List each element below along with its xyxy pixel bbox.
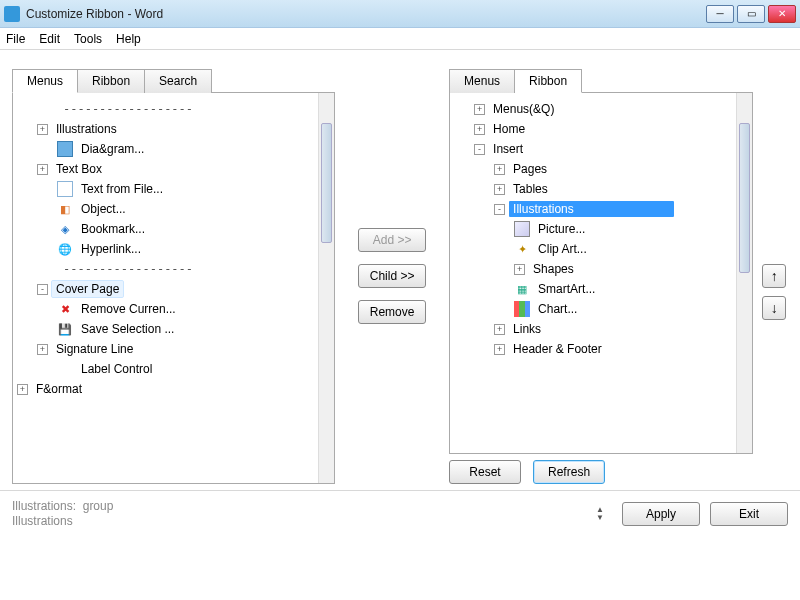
- divider: ------------------: [33, 99, 316, 119]
- collapse-icon[interactable]: -: [474, 144, 485, 155]
- right-tabs: Menus Ribbon: [449, 69, 753, 93]
- left-panel: Menus Ribbon Search ------------------ +…: [12, 68, 335, 484]
- tab-menus[interactable]: Menus: [449, 69, 515, 93]
- tree-item: + Text Box: [33, 159, 316, 179]
- collapse-icon[interactable]: -: [494, 204, 505, 215]
- tab-search[interactable]: Search: [145, 69, 212, 93]
- expand-icon[interactable]: +: [17, 384, 28, 395]
- right-tree[interactable]: +Menus(&Q) +Home -Insert +Pages +Tables …: [449, 92, 753, 454]
- reset-button[interactable]: Reset: [449, 460, 521, 484]
- tree-item: 💾Save Selection ...: [53, 319, 316, 339]
- collapse-icon[interactable]: -: [37, 284, 48, 295]
- expand-icon[interactable]: +: [37, 164, 48, 175]
- textfile-icon: [57, 181, 73, 197]
- child-button[interactable]: Child >>: [358, 264, 426, 288]
- move-down-button[interactable]: ↓: [762, 296, 786, 320]
- menu-edit[interactable]: Edit: [39, 32, 60, 46]
- expand-icon[interactable]: +: [514, 264, 525, 275]
- scrollbar[interactable]: [736, 93, 752, 453]
- tab-menus[interactable]: Menus: [12, 69, 78, 93]
- app-icon: [4, 6, 20, 22]
- maximize-button[interactable]: ▭: [737, 5, 765, 23]
- hyperlink-icon: 🌐: [57, 241, 73, 257]
- expand-icon[interactable]: +: [474, 124, 485, 135]
- apply-button[interactable]: Apply: [622, 502, 700, 526]
- menu-file[interactable]: File: [6, 32, 25, 46]
- tree-item: ◈Bookmark...: [53, 219, 316, 239]
- close-button[interactable]: ✕: [768, 5, 796, 23]
- left-tabs: Menus Ribbon Search: [12, 69, 335, 93]
- mid-buttons: Add >> Child >> Remove: [343, 68, 441, 484]
- bookmark-icon: ◈: [57, 221, 73, 237]
- left-tree[interactable]: ------------------ + Illustrations Dia&g…: [12, 92, 335, 484]
- tree-item: Text from File...: [53, 179, 316, 199]
- expand-icon[interactable]: +: [474, 104, 485, 115]
- tree-item: + F&ormat: [13, 379, 316, 399]
- tree-item: Label Control: [53, 359, 316, 379]
- blank-icon: [57, 361, 73, 377]
- tree-item: Dia&gram...: [53, 139, 316, 159]
- move-up-button[interactable]: ↑: [762, 264, 786, 288]
- expand-icon[interactable]: +: [494, 324, 505, 335]
- tree-label[interactable]: Cover Page: [52, 281, 123, 297]
- diagram-icon: [57, 141, 73, 157]
- spinner[interactable]: ▲ ▼: [596, 506, 604, 522]
- clipart-icon: ✦: [514, 241, 530, 257]
- tree-item: 🌐Hyperlink...: [53, 239, 316, 259]
- exit-button[interactable]: Exit: [710, 502, 788, 526]
- refresh-button[interactable]: Refresh: [533, 460, 605, 484]
- expand-icon[interactable]: +: [494, 184, 505, 195]
- tree-item: ◧Object...: [53, 199, 316, 219]
- remove-button[interactable]: Remove: [358, 300, 426, 324]
- menubar: File Edit Tools Help: [0, 28, 800, 50]
- scroll-thumb[interactable]: [321, 123, 332, 243]
- tree-item: + Signature Line: [33, 339, 316, 359]
- tab-ribbon[interactable]: Ribbon: [515, 69, 582, 93]
- remove-icon: ✖: [57, 301, 73, 317]
- menu-tools[interactable]: Tools: [74, 32, 102, 46]
- expand-icon[interactable]: +: [494, 344, 505, 355]
- scrollbar[interactable]: [318, 93, 334, 483]
- minimize-button[interactable]: ─: [706, 5, 734, 23]
- picture-icon: [514, 221, 530, 237]
- expand-icon[interactable]: +: [494, 164, 505, 175]
- statusbar: Illustrations: group Illustrations ▲ ▼ A…: [0, 490, 800, 537]
- save-icon: 💾: [57, 321, 73, 337]
- selected-item[interactable]: Illustrations: [509, 201, 674, 217]
- tree-label[interactable]: Illustrations: [52, 121, 121, 137]
- object-icon: ◧: [57, 201, 73, 217]
- smartart-icon: ▦: [514, 281, 530, 297]
- spinner-down-icon[interactable]: ▼: [596, 514, 604, 522]
- tree-item: ✖Remove Curren...: [53, 299, 316, 319]
- chart-icon: [514, 301, 530, 317]
- menu-help[interactable]: Help: [116, 32, 141, 46]
- tab-ribbon[interactable]: Ribbon: [78, 69, 145, 93]
- divider: ------------------: [33, 259, 316, 279]
- reorder-arrows: ↑ ↓: [761, 68, 788, 484]
- status-text: Illustrations: group Illustrations: [12, 499, 113, 529]
- add-button[interactable]: Add >>: [358, 228, 426, 252]
- right-panel: Menus Ribbon +Menus(&Q) +Home -Insert +P…: [449, 68, 753, 484]
- expand-icon[interactable]: +: [37, 344, 48, 355]
- titlebar: Customize Ribbon - Word ─ ▭ ✕: [0, 0, 800, 28]
- tree-item: - Cover Page: [33, 279, 316, 299]
- scroll-thumb[interactable]: [739, 123, 750, 273]
- expand-icon[interactable]: +: [37, 124, 48, 135]
- tree-item: + Illustrations: [33, 119, 316, 139]
- window-title: Customize Ribbon - Word: [26, 7, 700, 21]
